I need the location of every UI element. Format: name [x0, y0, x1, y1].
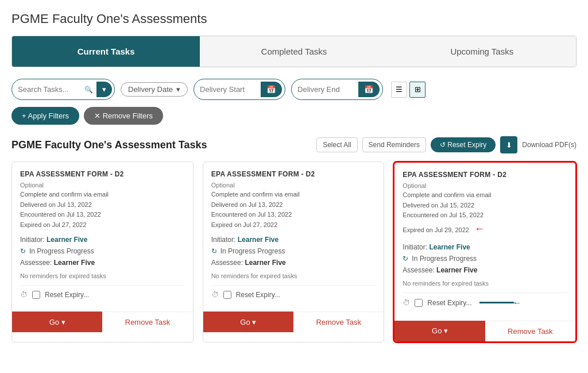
card-detail-line: Complete and confirm via email [20, 190, 185, 200]
card-reminders: No reminders for expired tasks [20, 272, 185, 279]
card-body: EPA ASSESSMENT FORM - D2 Optional Comple… [203, 162, 384, 312]
card-assessee-name: Learner Five [54, 259, 95, 267]
page-title: PGME Faculty One's Assessments [11, 11, 577, 26]
card-assessee: Assessee: Learner Five [20, 259, 185, 267]
card-initiator: Initiator: Learner Five [403, 243, 567, 251]
download-pdf-icon-button[interactable]: ⬇ [500, 136, 517, 153]
reset-expiry-checkbox[interactable] [32, 291, 40, 299]
section-title: PGME Faculty One's Assessment Tasks [11, 139, 207, 151]
remove-task-button[interactable]: Remove Task [102, 312, 192, 332]
card-detail-line: Expired on Jul 27, 2022 [20, 220, 185, 230]
card-optional: Optional [403, 182, 567, 189]
apply-filters-button[interactable]: + Apply Filters [11, 107, 79, 125]
card-assessee-name: Learner Five [245, 259, 285, 267]
remove-task-button[interactable]: Remove Task [293, 312, 384, 332]
filter-bar: 🔍 ▾ Delivery Date ▾ 📅 📅 ☰ ⊞ [11, 79, 577, 100]
delivery-start-group: 📅 [194, 79, 285, 100]
delivery-date-label: Delivery Date [128, 85, 173, 94]
in-progress-icon: ↻ [211, 247, 217, 255]
card-form-title: EPA ASSESSMENT FORM - D2 [403, 171, 567, 179]
card-footer: Go ▾ Remove Task [203, 312, 384, 332]
reset-clock-icon: ⏱ [211, 290, 219, 299]
card-reset-row: ⏱ Reset Expiry... [20, 285, 185, 303]
card-form-title: EPA ASSESSMENT FORM - D2 [211, 170, 376, 178]
card-optional: Optional [211, 182, 376, 189]
download-pdf-label-button[interactable]: Download PDF(s) [522, 141, 577, 149]
reset-expiry-label: Reset Expiry... [45, 291, 89, 299]
reset-expiry-checkbox[interactable] [415, 299, 423, 307]
card-status: In Progress Progress [220, 247, 285, 255]
card-progress: ↻ In Progress Progress [211, 247, 376, 255]
view-toggle: ☰ ⊞ [391, 82, 425, 98]
card-detail-line: Encountered on Jul 13, 2022 [211, 210, 376, 220]
grid-view-button[interactable]: ⊞ [409, 82, 425, 98]
in-progress-icon: ↻ [403, 255, 408, 263]
delivery-start-input[interactable] [200, 85, 257, 94]
card-info: Complete and confirm via emailDelivered … [403, 190, 567, 237]
section-row: PGME Faculty One's Assessment Tasks Sele… [11, 136, 577, 153]
select-all-button[interactable]: Select All [316, 137, 357, 152]
card-reset-row: ⏱ Reset Expiry... [211, 285, 376, 303]
card-info: Complete and confirm via emailDelivered … [20, 190, 185, 230]
tabs-container: Current Tasks Completed Tasks Upcoming T… [11, 36, 577, 67]
delivery-date-dropdown[interactable]: Delivery Date ▾ [121, 82, 188, 97]
card-detail-line: Complete and confirm via email [403, 190, 567, 201]
card-assessee: Assessee: Learner Five [211, 259, 376, 267]
reset-expiry-label: Reset Expiry... [236, 291, 280, 299]
card-status: In Progress Progress [412, 255, 477, 263]
card-initiator: Initiator: Learner Five [211, 236, 376, 244]
red-arrow-icon: ← [474, 223, 485, 234]
card-reminders: No reminders for expired tasks [403, 280, 567, 287]
go-button[interactable]: Go ▾ [203, 312, 293, 332]
search-dropdown-button[interactable]: ▾ [96, 82, 112, 97]
tab-completed[interactable]: Completed Tasks [200, 36, 388, 67]
search-group: 🔍 ▾ [11, 79, 115, 100]
tab-current[interactable]: Current Tasks [12, 36, 200, 67]
reset-clock-icon: ⏱ [20, 290, 28, 299]
card-form-title: EPA ASSESSMENT FORM - D2 [20, 170, 185, 178]
delivery-end-group: 📅 [291, 79, 383, 100]
assessment-card-2: EPA ASSESSMENT FORM - D2 Optional Comple… [203, 161, 385, 343]
delivery-date-chevron-icon: ▾ [176, 85, 180, 94]
reset-expiry-button[interactable]: ↺ Reset Expiry [431, 137, 496, 152]
card-detail-line: Delivered on Jul 13, 2022 [211, 200, 376, 210]
card-detail-line: Delivered on Jul 13, 2022 [20, 200, 185, 210]
send-reminders-button[interactable]: Send Reminders [362, 137, 426, 152]
card-detail-line: Complete and confirm via email [211, 190, 376, 200]
card-footer: Go ▾ Remove Task [12, 312, 193, 332]
remove-task-button[interactable]: Remove Task [485, 321, 575, 341]
card-detail-line: Expired on Jul 29, 2022 ← [403, 221, 567, 237]
delivery-start-calendar-button[interactable]: 📅 [261, 82, 282, 97]
assessment-card-1: EPA ASSESSMENT FORM - D2 Optional Comple… [11, 161, 194, 343]
card-detail-line: Expired on Jul 27, 2022 [211, 220, 376, 230]
tab-upcoming[interactable]: Upcoming Tasks [388, 36, 576, 67]
card-body: EPA ASSESSMENT FORM - D2 Optional Comple… [12, 162, 193, 312]
card-progress: ↻ In Progress Progress [403, 255, 567, 263]
card-initiator: Initiator: Learner Five [20, 236, 185, 244]
card-detail-line: Encountered on Jul 13, 2022 [20, 210, 185, 220]
card-assessee-name: Learner Five [436, 266, 477, 274]
reset-expiry-checkbox[interactable] [223, 291, 231, 299]
card-detail-line: Encountered on Jul 15, 2022 [403, 210, 567, 221]
card-progress: ↻ In Progress Progress [20, 247, 185, 255]
cards-row: EPA ASSESSMENT FORM - D2 Optional Comple… [11, 161, 577, 343]
go-button[interactable]: Go ▾ [12, 312, 102, 332]
list-view-button[interactable]: ☰ [391, 82, 407, 98]
remove-filters-button[interactable]: ✕ Remove Filters [84, 107, 163, 125]
card-initiator-name: Learner Five [429, 243, 470, 251]
card-info: Complete and confirm via emailDelivered … [211, 190, 376, 230]
action-bar: + Apply Filters ✕ Remove Filters [11, 107, 577, 125]
card-optional: Optional [20, 182, 185, 189]
delivery-end-input[interactable] [297, 85, 355, 94]
reset-clock-icon: ⏱ [403, 298, 410, 307]
card-reset-row: ⏱ Reset Expiry... ← [403, 293, 567, 313]
card-assessee: Assessee: Learner Five [403, 266, 567, 274]
delivery-end-calendar-button[interactable]: 📅 [358, 82, 380, 97]
card-initiator-name: Learner Five [47, 236, 87, 244]
search-input[interactable] [18, 85, 81, 94]
section-actions: Select All Send Reminders ↺ Reset Expiry… [316, 136, 577, 153]
go-button[interactable]: Go ▾ [394, 321, 485, 341]
card-status: In Progress Progress [29, 247, 94, 255]
assessment-card-3: EPA ASSESSMENT FORM - D2 Optional Comple… [393, 161, 577, 343]
reset-expiry-label: Reset Expiry... [427, 299, 471, 307]
